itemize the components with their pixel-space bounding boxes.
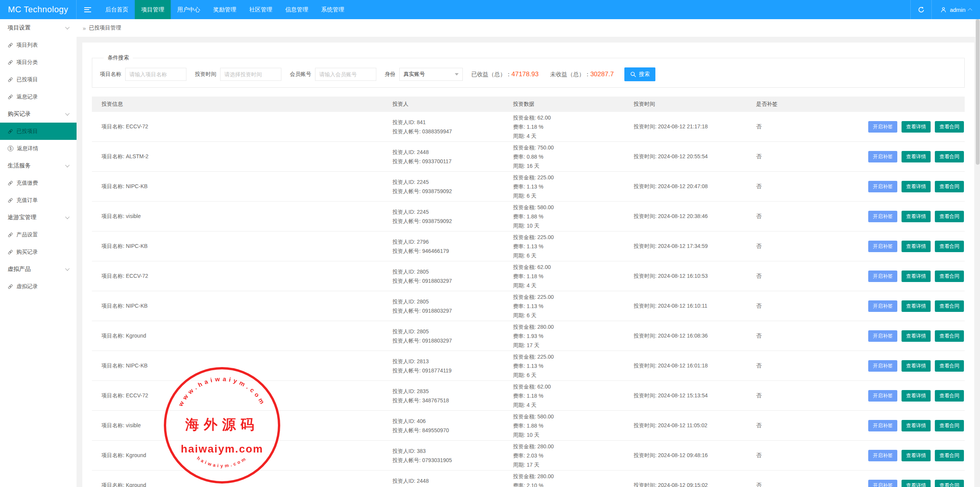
- table-row: 项目名称: Kground 投资人ID: 2805 投资人帐号: 0918803…: [92, 321, 965, 351]
- invest-period: 周期: 6 天: [513, 191, 634, 200]
- view-contract-button[interactable]: 查看合同: [935, 151, 964, 162]
- table-row: 项目名称: ECCV-72 投资人ID: 841 投资人帐号: 03883599…: [92, 112, 965, 142]
- open-resign-button[interactable]: 开启补签: [868, 420, 897, 431]
- sidebar-group-project-settings[interactable]: 项目设置: [0, 19, 77, 36]
- open-resign-button[interactable]: 开启补签: [868, 300, 897, 312]
- scrollbar-thumb[interactable]: [976, 19, 980, 165]
- user-menu[interactable]: admin: [932, 0, 980, 19]
- sidebar-item-interest-records[interactable]: 返息记录: [0, 88, 77, 105]
- view-details-button[interactable]: 查看详情: [902, 241, 931, 252]
- view-contract-button[interactable]: 查看合同: [935, 480, 964, 487]
- view-contract-button[interactable]: 查看合同: [935, 121, 964, 133]
- search-panel: 条件搜索 项目名称 投资时间 会员账号 身份 真实账号 已收益（总）： 4717…: [92, 54, 965, 88]
- view-contract-button[interactable]: 查看合同: [935, 450, 964, 461]
- member-account-input[interactable]: [315, 68, 376, 81]
- view-details-button[interactable]: 查看详情: [902, 181, 931, 192]
- sidebar-toggle-button[interactable]: [77, 0, 99, 19]
- view-contract-button[interactable]: 查看合同: [935, 360, 964, 372]
- fee-rate: 费率: 0.88 %: [513, 152, 634, 161]
- view-contract-button[interactable]: 查看合同: [935, 300, 964, 312]
- nav-item-project-management[interactable]: 项目管理: [135, 0, 171, 19]
- open-resign-button[interactable]: 开启补签: [868, 271, 897, 282]
- open-resign-button[interactable]: 开启补签: [868, 241, 897, 252]
- project-name: 项目名称: NIPC-KB: [92, 303, 392, 310]
- view-details-button[interactable]: 查看详情: [902, 151, 931, 162]
- view-details-button[interactable]: 查看详情: [902, 300, 931, 312]
- open-resign-button[interactable]: 开启补签: [868, 151, 897, 162]
- view-details-button[interactable]: 查看详情: [902, 360, 931, 372]
- item-label: 返息详情: [17, 145, 38, 152]
- sidebar-group-purchase-records[interactable]: 购买记录: [0, 105, 77, 123]
- sidebar-item-recharge-payment[interactable]: 充值缴费: [0, 174, 77, 192]
- chevron-down-icon: [65, 215, 69, 219]
- view-contract-button[interactable]: 查看合同: [935, 330, 964, 342]
- invest-amount: 投资金额: 62.00: [513, 382, 634, 391]
- open-resign-button[interactable]: 开启补签: [868, 480, 897, 487]
- member-account-label: 会员账号: [290, 71, 311, 78]
- page-scrollbar[interactable]: [975, 19, 980, 487]
- user-icon: [940, 7, 947, 13]
- open-resign-button[interactable]: 开启补签: [868, 360, 897, 372]
- group-label: 购买记录: [8, 110, 31, 118]
- fee-rate: 费率: 1.18 %: [513, 391, 634, 400]
- nav-item-user-center[interactable]: 用户中心: [171, 0, 207, 19]
- refresh-button[interactable]: [910, 0, 932, 19]
- sidebar-item-project-category[interactable]: 项目分类: [0, 54, 77, 71]
- sidebar-item-invested-projects[interactable]: 已投项目: [0, 71, 77, 88]
- view-contract-button[interactable]: 查看合同: [935, 241, 964, 252]
- open-resign-button[interactable]: 开启补签: [868, 390, 897, 402]
- open-resign-button[interactable]: 开启补签: [868, 181, 897, 192]
- search-button[interactable]: 搜索: [624, 67, 655, 81]
- invest-amount: 投资金额: 225.00: [513, 233, 634, 242]
- invest-period: 周期: 17 天: [513, 341, 634, 350]
- open-resign-button[interactable]: 开启补签: [868, 121, 897, 133]
- project-name-input[interactable]: [125, 68, 186, 81]
- table-row: 项目名称: ECCV-72 投资人ID: 2835 投资人帐号: 3487675…: [92, 381, 965, 411]
- view-contract-button[interactable]: 查看合同: [935, 211, 964, 222]
- project-name-label: 项目名称: [100, 71, 121, 78]
- link-icon: [8, 94, 13, 100]
- item-label: 项目列表: [16, 42, 38, 49]
- invest-amount: 投资金额: 280.00: [513, 322, 634, 331]
- sidebar-item-product-settings[interactable]: 产品设置: [0, 226, 77, 243]
- sidebar-item-interest-details[interactable]: $ 返息详情: [0, 140, 77, 157]
- open-resign-button[interactable]: 开启补签: [868, 211, 897, 222]
- view-details-button[interactable]: 查看详情: [902, 211, 931, 222]
- view-details-button[interactable]: 查看详情: [902, 420, 931, 431]
- investor-id: 投资人ID: 2245: [392, 177, 513, 187]
- open-resign-button[interactable]: 开启补签: [868, 450, 897, 461]
- nav-item-dashboard[interactable]: 后台首页: [99, 0, 135, 19]
- nav-item-info-management[interactable]: 信息管理: [279, 0, 315, 19]
- sidebar-item-project-list[interactable]: 项目列表: [0, 36, 77, 54]
- view-contract-button[interactable]: 查看合同: [935, 181, 964, 192]
- nav-item-system-management[interactable]: 系统管理: [315, 0, 351, 19]
- identity-select[interactable]: 真实账号: [399, 68, 463, 81]
- view-details-button[interactable]: 查看详情: [902, 480, 931, 487]
- invest-time-input[interactable]: [220, 68, 281, 81]
- sidebar-item-invested-projects-active[interactable]: 已投项目: [0, 123, 77, 140]
- table-row: 项目名称: NIPC-KB 投资人ID: 2805 投资人帐号: 0918803…: [92, 291, 965, 321]
- investor-account: 投资人帐号: 0933700117: [392, 485, 513, 487]
- sidebar-item-virtual-records[interactable]: 虚拟记录: [0, 278, 77, 295]
- view-details-button[interactable]: 查看详情: [902, 121, 931, 133]
- search-panel-legend: 条件搜索: [104, 54, 133, 61]
- table-row: 项目名称: NIPC-KB 投资人ID: 2796 投资人帐号: 9464661…: [92, 231, 965, 261]
- view-contract-button[interactable]: 查看合同: [935, 390, 964, 402]
- view-contract-button[interactable]: 查看合同: [935, 420, 964, 431]
- invest-period: 周期: 6 天: [513, 311, 634, 320]
- view-details-button[interactable]: 查看详情: [902, 390, 931, 402]
- sidebar-group-tuyoubao-management[interactable]: 途游宝管理: [0, 209, 77, 226]
- sidebar-group-virtual-products[interactable]: 虚拟产品: [0, 261, 77, 278]
- group-label: 虚拟产品: [8, 266, 31, 273]
- view-details-button[interactable]: 查看详情: [902, 330, 931, 342]
- nav-item-community-management[interactable]: 社区管理: [243, 0, 279, 19]
- view-contract-button[interactable]: 查看合同: [935, 271, 964, 282]
- sidebar-item-purchase-records[interactable]: 购买记录: [0, 243, 77, 261]
- sidebar-group-life-services[interactable]: 生活服务: [0, 157, 77, 174]
- view-details-button[interactable]: 查看详情: [902, 271, 931, 282]
- sidebar-item-recharge-orders[interactable]: 充值订单: [0, 192, 77, 209]
- invest-period: 周期: 4 天: [513, 281, 634, 290]
- view-details-button[interactable]: 查看详情: [902, 450, 931, 461]
- nav-item-reward-management[interactable]: 奖励管理: [207, 0, 243, 19]
- open-resign-button[interactable]: 开启补签: [868, 330, 897, 342]
